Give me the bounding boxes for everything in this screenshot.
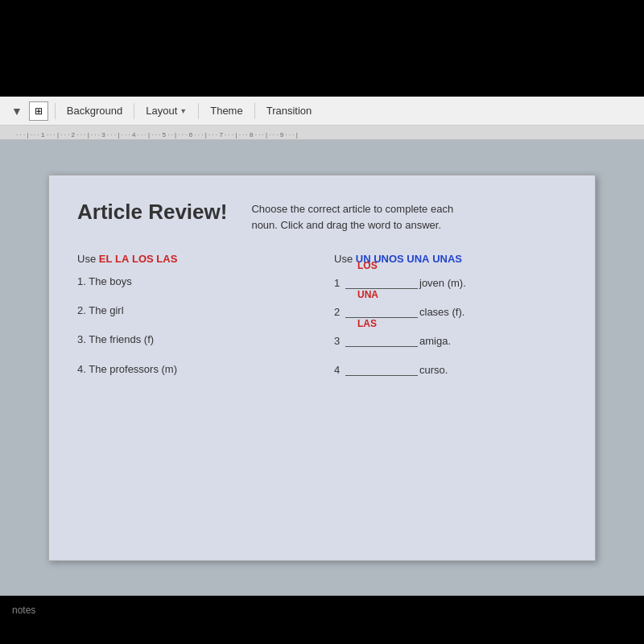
q4-number: 4. <box>77 363 89 375</box>
answer-3-suffix: amiga. <box>419 335 451 347</box>
article-una[interactable]: UNA <box>407 253 429 265</box>
answer-2: 2 UNA clases (f). <box>334 303 567 318</box>
answer-1-line: 1 LOS joven (m). <box>334 275 567 289</box>
q3-text: The friends (f) <box>89 333 154 345</box>
separator-2 <box>134 103 134 119</box>
app-container: ▼ ⊞ Background Layout ▼ Theme Transition… <box>0 97 644 596</box>
answer-1-suffix: joven (m). <box>419 277 466 289</box>
answer-4-blank[interactable] <box>345 361 418 376</box>
answer-3-number: 3 <box>334 335 345 347</box>
answer-4-suffix: curso. <box>419 364 448 376</box>
background-button[interactable]: Background <box>59 102 130 119</box>
slide-title: Article Review! <box>77 200 227 233</box>
answer-3-line: 3 LAS amiga. <box>334 332 567 347</box>
answer-2-suffix: clases (f). <box>419 306 464 318</box>
slide-content: Use EL LA LOS LAS 1. The boys 2. The gir… <box>77 253 567 391</box>
black-bar-top <box>0 0 644 97</box>
theme-button[interactable]: Theme <box>202 102 250 119</box>
slide-instructions: Choose the correct article to complete e… <box>251 200 453 233</box>
separator-4 <box>254 103 255 119</box>
answer-2-word: UNA <box>357 289 378 300</box>
right-column: Use UN UNOS UNA UNAS 1 LOS <box>326 253 567 391</box>
ruler-marks: · · · | · · · 1 · · · | · · · 2 · · · | … <box>16 132 298 139</box>
black-bar-bottom: notes <box>0 596 644 644</box>
left-use-text: Use <box>77 253 96 265</box>
left-column: Use EL LA LOS LAS 1. The boys 2. The gir… <box>77 253 326 391</box>
instructions-line2: noun. Click and drag the word to answer. <box>251 219 441 231</box>
answer-1-word: LOS <box>357 260 378 271</box>
answer-3: 3 LAS amiga. <box>334 332 567 347</box>
separator-3 <box>198 103 199 119</box>
article-unas[interactable]: UNAS <box>432 253 462 265</box>
question-2: 2. The girl <box>77 303 310 318</box>
answer-2-blank[interactable]: UNA <box>345 303 418 318</box>
article-la[interactable]: LA <box>115 253 129 265</box>
q3-number: 3. <box>77 333 89 345</box>
article-las[interactable]: LAS <box>156 253 177 265</box>
q2-number: 2. <box>77 304 89 316</box>
answer-4-number: 4 <box>334 364 345 376</box>
article-unos[interactable]: UNOS <box>374 253 404 265</box>
answer-2-line: 2 UNA clases (f). <box>334 303 567 318</box>
answer-4-line: 4 curso. <box>334 361 567 376</box>
transition-button[interactable]: Transition <box>258 102 320 119</box>
slide-header: Article Review! Choose the correct artic… <box>77 200 567 233</box>
q2-text: The girl <box>89 304 123 316</box>
layout-button[interactable]: Layout ▼ <box>138 102 195 119</box>
notes-label: notes <box>12 605 35 616</box>
answer-3-blank[interactable]: LAS <box>345 332 418 347</box>
q1-text: The boys <box>89 275 131 287</box>
article-los[interactable]: LOS <box>132 253 154 265</box>
answer-1: 1 LOS joven (m). <box>334 275 567 289</box>
article-el[interactable]: EL <box>99 253 113 265</box>
answer-4: 4 curso. <box>334 361 567 376</box>
right-use-text: Use <box>334 253 353 265</box>
question-1: 1. The boys <box>77 275 310 289</box>
slide: Article Review! Choose the correct artic… <box>48 175 596 561</box>
ruler: · · · | · · · 1 · · · | · · · 2 · · · | … <box>0 126 644 140</box>
left-use-label: Use EL LA LOS LAS <box>77 253 310 265</box>
answer-2-number: 2 <box>334 306 345 318</box>
question-3: 3. The friends (f) <box>77 332 310 347</box>
instructions-line1: Choose the correct article to complete e… <box>251 203 453 215</box>
back-arrow[interactable]: ▼ <box>6 103 27 119</box>
separator-1 <box>55 103 56 119</box>
answer-1-blank[interactable]: LOS <box>345 275 418 289</box>
answer-3-word: LAS <box>357 318 377 329</box>
toolbar: ▼ ⊞ Background Layout ▼ Theme Transition <box>0 97 644 126</box>
answer-1-number: 1 <box>334 277 345 289</box>
grid-icon[interactable]: ⊞ <box>29 101 48 121</box>
question-4: 4. The professors (m) <box>77 362 310 377</box>
layout-chevron: ▼ <box>180 107 187 115</box>
layout-label: Layout <box>146 105 177 117</box>
q4-text: The professors (m) <box>89 363 177 375</box>
slide-area: Article Review! Choose the correct artic… <box>0 140 644 596</box>
q1-number: 1. <box>77 275 89 287</box>
